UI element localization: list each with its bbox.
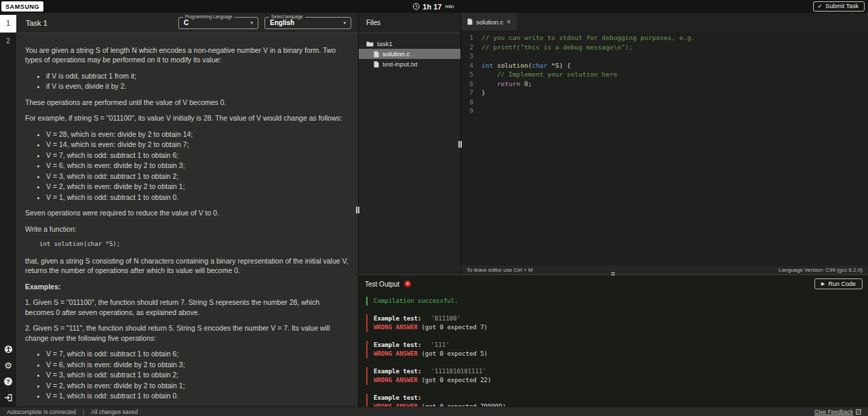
accessibility-icon[interactable]	[3, 344, 13, 354]
timer: 1h 17min	[412, 3, 454, 11]
files-editor-divider-handle[interactable]	[458, 141, 462, 148]
description-bullet: V = 2, which is even: divide by 2 to obt…	[46, 381, 349, 390]
code-line-content: // you can write to stdout for debugging…	[481, 33, 695, 43]
compilation-result: Compilation successful.	[366, 297, 860, 306]
description-bullet: if V is odd, subtract 1 from it;	[46, 71, 349, 81]
programming-language-value: C	[184, 19, 189, 26]
submit-task-label: Submit Task	[825, 3, 859, 9]
tree-item-label: solution.c	[382, 50, 410, 58]
description-bullet: V = 3, which is odd: subtract 1 to obtai…	[46, 370, 349, 379]
description-list: if V is odd, subtract 1 from it;if V is …	[25, 71, 349, 91]
feedback-area: Give Feedback	[814, 409, 861, 415]
tree-folder-task1[interactable]: task1	[359, 39, 460, 49]
editor-tab-bar: solution.c ×	[461, 13, 868, 30]
code-line: 5 // Implement your solution here	[461, 70, 868, 79]
description-bullet: if V is even, divide it by 2.	[46, 81, 349, 91]
file-icon	[374, 51, 379, 58]
tree-item-label: task1	[377, 40, 393, 47]
rail-icons: ⚙ ?	[0, 344, 16, 402]
tree-file-test-input.txt[interactable]: test-input.txt	[359, 59, 460, 69]
run-code-button[interactable]: ▶ Run Code	[814, 278, 863, 289]
programming-language-dropdown[interactable]: Programming Language C ▾	[178, 17, 258, 29]
test-case-result: Example test:'1111010101111'WRONG ANSWER…	[366, 367, 860, 385]
tree-file-solution.c[interactable]: solution.c	[359, 49, 460, 59]
select-language-value: English	[270, 19, 294, 26]
test-case-result: Example test:'111'WRONG ANSWER (got 0 ex…	[366, 341, 860, 358]
code-line: 6 return 0;	[461, 79, 868, 89]
feedback-icon	[856, 409, 861, 415]
help-icon[interactable]: ?	[3, 377, 13, 386]
editor-escape-hint: To leave editor use Ctrl + M	[467, 267, 533, 273]
run-code-label: Run Code	[828, 280, 856, 287]
samsung-logo: SAMSUNG	[1, 1, 43, 12]
description-bullet: V = 1, which is odd: subtract 1 to obtai…	[46, 192, 349, 202]
description-paragraph: Examples:	[25, 282, 349, 291]
description-paragraph: These operations are performed until the…	[25, 98, 349, 107]
code-line-content: int solution(char *S) {	[481, 61, 571, 70]
task-description[interactable]: You are given a string S of length N whi…	[16, 34, 358, 407]
line-number: 4	[461, 61, 481, 70]
select-language-label: Select language	[269, 14, 305, 19]
description-bullet: V = 6, which is even: divide by 2 to obt…	[46, 360, 349, 369]
description-code: int solution(char *S);	[25, 240, 349, 248]
folder-icon	[366, 41, 374, 47]
files-editor-divider	[460, 13, 461, 274]
language-dropdowns: Programming Language C ▾ Select language…	[178, 17, 351, 29]
description-bullet: V = 3, which is odd: subtract 1 to obtai…	[46, 171, 349, 181]
close-icon[interactable]: ×	[507, 18, 511, 26]
select-language-dropdown[interactable]: Select language English ▾	[264, 17, 351, 29]
file-icon	[374, 61, 379, 68]
code-line: 7}	[461, 88, 868, 98]
test-output-content: Compilation successful.Example test:'011…	[358, 291, 868, 416]
task-panel: Task 1 Programming Language C ▾ Select l…	[16, 13, 358, 407]
code-line: 1// you can write to stdout for debuggin…	[461, 33, 868, 43]
file-icon	[467, 18, 473, 25]
timer-unit: min	[445, 3, 454, 9]
test-output-resize-handle[interactable]: =	[611, 271, 615, 278]
description-bullet: V = 28, which is even: divide by 2 to ob…	[46, 129, 349, 139]
files-panel: Files task1solution.ctest-input.txt	[359, 13, 460, 274]
line-number: 1	[461, 33, 481, 43]
code-area[interactable]: 1// you can write to stdout for debuggin…	[461, 30, 868, 266]
line-number: 6	[461, 79, 481, 89]
description-paragraph: Write a function:	[25, 224, 349, 234]
give-feedback-link[interactable]: Give Feedback	[814, 409, 853, 415]
timer-value: 1h 17	[422, 3, 441, 11]
error-badge-icon: ×	[404, 280, 411, 287]
task-tab-1[interactable]: 1	[0, 15, 16, 33]
code-line: 9	[461, 106, 868, 116]
line-number: 3	[461, 51, 481, 61]
editor-tab-solution-c[interactable]: solution.c ×	[461, 13, 517, 30]
status-separator: |	[83, 409, 84, 415]
language-version: Language Version: C99 (gcc 6.2.0)	[778, 267, 863, 273]
code-line: 4int solution(char *S) {	[461, 61, 868, 70]
task-rail: 1 2 ⚙ ?	[0, 13, 16, 407]
description-bullet: V = 6, which is even: divide by 2 to obt…	[46, 161, 349, 170]
settings-gear-icon[interactable]: ⚙	[3, 360, 13, 370]
logout-icon[interactable]	[3, 393, 13, 402]
task-tab-2[interactable]: 2	[0, 33, 16, 50]
description-bullet: V = 7, which is odd: subtract 1 to obtai…	[46, 150, 349, 160]
description-bullet: V = 7, which is odd: subtract 1 to obtai…	[46, 349, 349, 358]
code-line: 2// printf("this is a debug message\n");	[461, 43, 868, 52]
code-line: 8	[461, 98, 868, 107]
description-bullet: V = 1, which is odd: subtract 1 to obtai…	[46, 391, 349, 400]
chevron-down-icon: ▾	[331, 20, 346, 26]
clock-icon	[412, 3, 420, 10]
description-bullet: V = 2, which is even: divide by 2 to obt…	[46, 182, 349, 191]
description-paragraph: 1. Given S = "011100", the function shou…	[25, 297, 349, 317]
line-number: 8	[461, 98, 481, 107]
task-files-divider-handle[interactable]	[356, 207, 359, 213]
code-line: 3	[461, 51, 868, 61]
line-number: 7	[461, 88, 481, 98]
code-line-content: // Implement your solution here	[481, 70, 617, 79]
submit-task-button[interactable]: ✓ Submit Task	[813, 1, 865, 12]
task-header: Task 1 Programming Language C ▾ Select l…	[16, 13, 358, 33]
code-line-content: }	[481, 88, 486, 98]
save-status: All changes saved	[91, 409, 138, 415]
editor-footer: To leave editor use Ctrl + M Language Ve…	[461, 266, 868, 274]
play-icon: ▶	[821, 281, 825, 287]
code-editor-panel: solution.c × 1// you can write to stdout…	[461, 13, 868, 274]
line-number: 2	[461, 43, 481, 52]
description-bullet: V = 14, which is even: divide by 2 to ob…	[46, 140, 349, 149]
